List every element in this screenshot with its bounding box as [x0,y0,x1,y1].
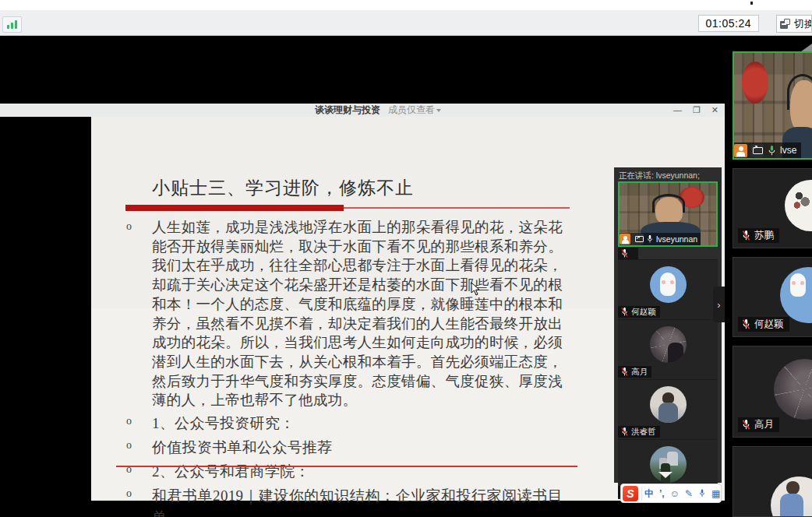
bullet-item-struck: o 和君书单2019｜建设你的知识结构：企业家和投行家阅读书目单 [126,485,563,517]
top-white-strip [0,0,812,10]
participant-name: 苏鹏 [754,229,774,242]
participant-name: 高月 [754,418,774,431]
slide-bullet-list: o 人生如莲，成功是浅浅地浮在水面上的那朵看得见的花，这朵花能否开放得美丽灿烂，… [126,218,563,517]
avatar [650,386,687,423]
participant-label: 洪睿哲 [618,426,660,438]
participant-name: 何赵颖 [754,318,784,331]
ime-toolbox-button[interactable]: ▦ [711,489,720,498]
meeting-timer: 01:05:24 [698,15,760,32]
switch-label: 切换 [794,17,812,31]
video-tile[interactable]: 洪睿哲 [618,379,718,439]
top-strip-mark [750,2,753,5]
mic-muted-icon [741,230,751,241]
panel-expand-tab[interactable]: › [713,287,725,322]
bullet-paragraph: o 人生如莲，成功是浅浅地浮在水面上的那朵看得见的花，这朵花能否开放得美丽灿烂，… [126,218,563,410]
participant-name: lvse [780,145,796,156]
avatar [650,326,687,363]
close-button[interactable]: ✕ [711,104,718,117]
avatar [771,477,812,517]
window-controls: — ❐ ✕ [673,104,718,117]
sidebar-video-tile[interactable]: 高月 [733,346,812,438]
maximize-button[interactable]: ❐ [693,104,701,117]
member-view-dropdown[interactable]: 成员仅查看 [388,104,441,117]
participant-label: 高月 [618,366,651,378]
bullet-item: o 1、公众号投资研究： [126,413,563,434]
mouse-cursor [471,282,480,296]
scroll-down-arrow[interactable] [658,472,673,478]
meeting-title: 谈谈理财与投资 [315,104,380,117]
network-signal-button[interactable] [2,16,22,33]
sogou-logo-icon[interactable]: S [623,486,638,501]
speaker-video-panel: 正在讲话: lvseyunnan; lvseyunnan [614,167,722,483]
sogou-ime-toolbar[interactable]: S 中 ’, ☺ ✎ ▦ [620,484,722,503]
ime-items: 中 ’, ☺ ✎ ▦ [641,487,720,501]
mic-on-icon [646,234,654,244]
minimize-button[interactable]: — [673,104,682,117]
signal-bars-icon [7,25,9,29]
mic-muted-icon [620,307,629,317]
red-strikethrough-line [116,466,577,467]
switch-view-button[interactable]: 切换 [776,15,812,33]
ime-handwriting-button[interactable]: ✎ [685,489,693,498]
participant-label: 高月 [738,417,779,432]
sidebar-video-tile-speaker[interactable]: lvse [733,51,812,160]
participant-name: lvseyunnan [656,234,697,244]
sidebar-video-tile[interactable]: 何赵颖 [733,257,812,337]
participants-sidebar: lvse 苏鹏 何赵颖 高月 [733,36,812,517]
switch-icon [780,19,791,29]
avatar [774,359,812,420]
video-tile[interactable]: 何赵颖 [618,259,718,319]
ime-language-toggle[interactable]: 中 [644,489,654,498]
sidebar-video-tile-partial[interactable] [733,446,812,517]
avatar [650,266,687,303]
speaker-name-label: lvse [734,142,801,158]
avatar [780,267,812,323]
screen-share-icon [750,144,764,157]
mic-muted-icon [620,367,629,377]
shared-window-titlebar[interactable]: 谈谈理财与投资 成员仅查看 — ❐ ✕ [0,104,725,117]
meeting-app-window: 01:05:24 切换 谈谈理财与投资 成员仅查看 — ❐ ✕ 小贴士三、学习进… [0,0,812,517]
partial-participant-label [618,248,638,259]
participant-video-list: 何赵颖 高月 洪睿哲 李润阿 [618,259,718,499]
host-badge-icon [734,144,747,157]
title-underline-line [344,207,570,209]
speaker-name-label: lvseyunnan [620,233,701,245]
meeting-control-bar: 01:05:24 切换 [0,10,812,36]
bullet-item: o 2、公众号和君商学院： [126,461,563,483]
participant-label: 何赵颖 [738,317,789,332]
avatar [785,180,812,231]
slide-title: 小贴士三、学习进阶，修炼不止 [152,176,414,200]
screen-share-icon [633,234,644,244]
participant-label: 何赵颖 [618,306,660,318]
timer-value: 01:05:24 [706,17,752,30]
participant-name: 洪睿哲 [631,427,656,438]
mic-muted-icon [620,427,629,437]
mic-muted-icon [620,248,629,258]
ime-voice-button[interactable] [698,488,706,498]
host-badge-icon [620,234,630,244]
participant-name: 何赵颖 [631,307,656,318]
video-tile[interactable]: 高月 [618,319,718,379]
ime-punctuation-toggle[interactable]: ’, [659,489,665,498]
participant-label: 苏鹏 [738,228,779,243]
mic-muted-icon [741,318,751,330]
mic-on-icon [767,145,777,157]
ime-emoji-button[interactable]: ☺ [670,489,680,498]
title-underline-bar [125,205,344,211]
titlebar-text-group: 谈谈理财与投资 成员仅查看 [315,104,441,117]
bullet-item: o 价值投资书单和公众号推荐 [126,437,563,459]
sidebar-video-tile[interactable]: 苏鹏 [733,168,812,248]
chevron-down-icon [436,109,441,112]
participant-name: 高月 [631,367,648,378]
mic-muted-icon [741,419,751,431]
video-tile-speaker[interactable]: lvseyunnan [618,181,718,247]
